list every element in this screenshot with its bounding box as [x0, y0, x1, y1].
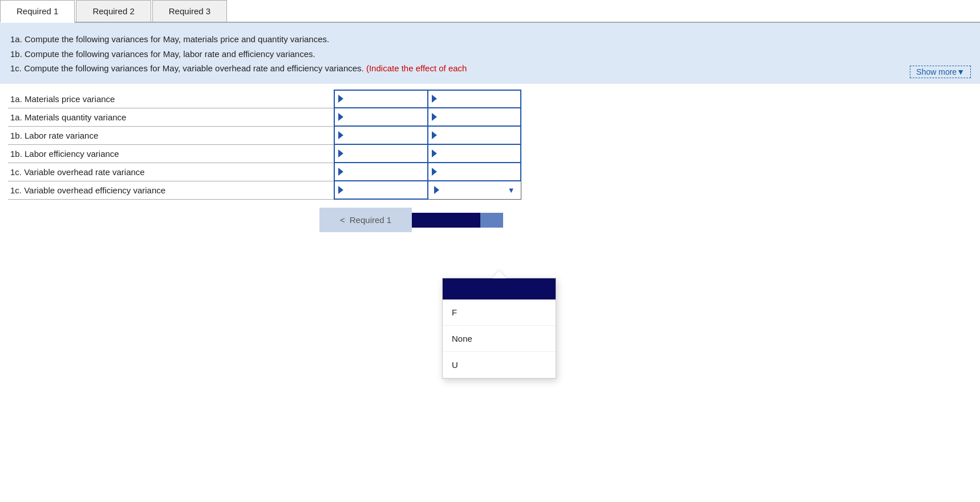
prev-label: Required 1: [350, 215, 391, 225]
triangle-icon-1b: [432, 95, 437, 103]
dropdown-field-1[interactable]: [439, 94, 517, 104]
table-row: 1c. Variable overhead efficiency varianc…: [8, 181, 521, 199]
dropdown-field-2[interactable]: [439, 112, 517, 122]
info-line-2: 1b. Compute the following variances for …: [10, 47, 970, 62]
dropdown-field-5[interactable]: [439, 167, 517, 177]
row-label-2: 1a. Materials quantity variance: [8, 108, 334, 126]
row-dropdown-1[interactable]: [428, 90, 521, 108]
row-label-1: 1a. Materials price variance: [8, 90, 334, 108]
table-row: 1b. Labor efficiency variance: [8, 144, 521, 163]
info-box: 1a. Compute the following variances for …: [0, 23, 980, 84]
input-field-3[interactable]: [346, 131, 423, 140]
triangle-icon-1: [338, 95, 343, 103]
row-dropdown-6-active[interactable]: ▼: [428, 181, 521, 199]
row-label-6: 1c. Variable overhead efficiency varianc…: [8, 181, 334, 199]
row-input-2[interactable]: [334, 108, 427, 126]
info-line-3-red: (Indicate the effect of each: [364, 63, 467, 73]
next-dark-button[interactable]: [412, 213, 480, 228]
table-row: 1c. Variable overhead rate variance: [8, 163, 521, 181]
triangle-icon-3: [338, 131, 343, 139]
prev-button[interactable]: < Required 1: [319, 208, 412, 232]
row-input-6[interactable]: [334, 181, 427, 199]
row-input-1[interactable]: [334, 90, 427, 108]
next-light-button[interactable]: [480, 213, 503, 228]
variance-table: 1a. Materials price variance 1a. Materi: [8, 90, 521, 200]
input-field-5[interactable]: [346, 167, 423, 177]
triangle-icon-5: [338, 168, 343, 176]
triangle-icon-6: [338, 186, 343, 194]
table-row: 1a. Materials price variance: [8, 90, 521, 108]
row-label-4: 1b. Labor efficiency variance: [8, 144, 334, 163]
row-dropdown-2[interactable]: [428, 108, 521, 126]
tab-required-3[interactable]: Required 3: [152, 0, 227, 22]
info-line-3-prefix: 1c. Compute the following variances for …: [10, 63, 364, 73]
tab-bar: Required 1 Required 2 Required 3: [0, 0, 980, 23]
input-field-1[interactable]: [346, 94, 423, 104]
triangle-icon-4b: [432, 149, 437, 157]
input-field-4[interactable]: [346, 149, 423, 159]
triangle-icon-3b: [432, 131, 437, 139]
dropdown-field-4[interactable]: [439, 149, 517, 159]
triangle-icon-6b: [434, 186, 439, 194]
triangle-icon-2b: [432, 113, 437, 121]
table-row: 1b. Labor rate variance: [8, 126, 521, 144]
row-dropdown-5[interactable]: [428, 163, 521, 181]
triangle-icon-5b: [432, 168, 437, 176]
nav-row: < Required 1: [319, 208, 980, 232]
tab-required-2[interactable]: Required 2: [76, 0, 151, 22]
row-label-3: 1b. Labor rate variance: [8, 126, 334, 144]
show-more-button[interactable]: Show more▼: [910, 66, 971, 78]
info-line-1: 1a. Compute the following variances for …: [10, 32, 970, 47]
dropdown-field-3[interactable]: [439, 131, 517, 140]
triangle-icon-4: [338, 149, 343, 157]
tab-required-1[interactable]: Required 1: [0, 0, 75, 23]
row-dropdown-3[interactable]: [428, 126, 521, 144]
row-label-5: 1c. Variable overhead rate variance: [8, 163, 334, 181]
prev-arrow-icon: <: [340, 215, 345, 225]
input-field-6[interactable]: [346, 185, 423, 195]
row-dropdown-4[interactable]: [428, 144, 521, 163]
row-input-5[interactable]: [334, 163, 427, 181]
row-input-3[interactable]: [334, 126, 427, 144]
variance-table-wrapper: 1a. Materials price variance 1a. Materi: [0, 90, 980, 200]
info-line-3: 1c. Compute the following variances for …: [10, 61, 970, 76]
table-row: 1a. Materials quantity variance: [8, 108, 521, 126]
row-input-4[interactable]: [334, 144, 427, 163]
dropdown-arrow-icon: ▼: [508, 186, 515, 195]
triangle-icon-2: [338, 113, 343, 121]
input-field-2[interactable]: [346, 112, 423, 122]
